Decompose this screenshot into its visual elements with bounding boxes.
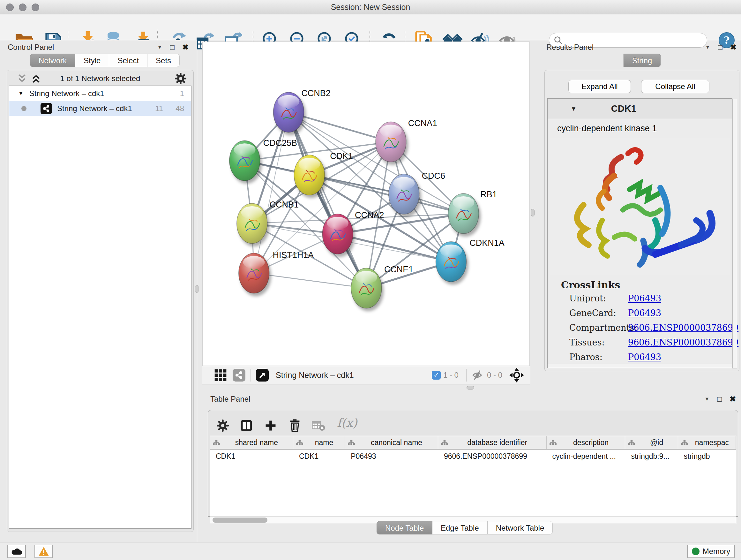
network-collection-row[interactable]: ▼ String Network – cdk1 1 [9,86,191,101]
tab-node-table[interactable]: Node Table [377,521,432,535]
network-node-CDK1[interactable]: CDK1 [294,151,353,195]
birds-eye-grid-icon[interactable] [214,369,227,381]
panel-minimize-icon[interactable]: ▼ [704,396,710,402]
table-options-button[interactable] [215,418,230,433]
tab-sets[interactable]: Sets [147,54,180,67]
network-node-CCNB2[interactable]: CCNB2 [273,88,331,132]
panel-float-icon[interactable]: □ [718,44,723,51]
warnings-button[interactable] [35,545,53,558]
panel-float-icon[interactable]: □ [170,44,175,51]
edge-count: 48 [176,104,184,113]
network-node-CCNA1[interactable]: CCNA1 [376,118,437,162]
tab-style[interactable]: Style [75,54,109,67]
gene-card-hscrollbar[interactable] [548,364,732,368]
show-columns-button[interactable] [239,418,254,433]
column-header-canonical-name[interactable]: canonical name [345,436,438,449]
table-panel-title: Table Panel [210,395,250,403]
string-network-graph[interactable]: CCNB2CCNA1CDC25BCDK1CDC6RB1CCNB1CCNA2CDK… [203,42,529,366]
network-options-gear-icon[interactable] [175,73,186,84]
tab-edge-table[interactable]: Edge Table [432,521,488,535]
crosslink-link[interactable]: 9606.ENSP00000378699 [628,337,738,348]
delete-table-button[interactable] [311,418,326,433]
cloud-icon [11,547,22,556]
vertical-splitter-handle[interactable] [195,285,199,293]
crosslink-link[interactable]: 9606.ENSP00000378699 [628,323,738,333]
open-in-window-button[interactable] [256,369,269,381]
hidden-eye-slash-icon [472,370,484,381]
panel-close-icon[interactable]: ✖ [182,43,189,52]
window-zoom-button[interactable] [31,3,39,11]
column-header-namespac[interactable]: namespac [678,436,736,449]
node-label-CDC6: CDC6 [422,171,445,181]
window-minimize-button[interactable] [19,3,26,11]
network-node-CDC6[interactable]: CDC6 [389,171,445,214]
automation-cloud-button[interactable] [7,545,26,558]
node-label-CDC25B: CDC25B [263,138,297,148]
create-column-button[interactable] [263,418,278,433]
pan-crosshair-icon[interactable] [509,368,524,382]
network-node-CDKN1A[interactable]: CDKN1A [436,238,504,282]
collapse-all-button[interactable]: Collapse All [641,80,710,93]
delete-column-button[interactable] [287,418,302,433]
network-edge[interactable] [254,273,366,288]
network-node-RB1[interactable]: RB1 [448,190,497,234]
tab-network[interactable]: Network [30,54,75,67]
network-node-CCNE1[interactable]: CCNE1 [351,265,413,308]
table-panel: Table Panel ▼ □ ✖ [202,392,741,542]
network-row[interactable]: String Network – cdk1 11 48 [9,101,191,116]
table-cell[interactable]: CDK1 [210,449,293,463]
control-panel: Control Panel ▼ □ ✖ NetworkStyleSelectSe… [0,40,197,542]
network-node-HIST1H1A[interactable]: HIST1H1A [239,250,314,294]
network-edge[interactable] [309,175,463,213]
gene-collapse-caret[interactable]: ▼ [570,105,577,112]
results-panel: Results Panel ▼ □ ✖ String Expand All Co… [543,40,741,385]
table-cell[interactable]: stringdb:9... [625,449,678,463]
memory-button[interactable]: Memory [687,545,735,558]
panel-minimize-icon[interactable]: ▼ [705,44,711,50]
table-cell[interactable]: cyclin-dependent ... [546,449,625,463]
crosslink-link[interactable]: P06493 [628,308,661,318]
tab-string[interactable]: String [623,54,661,67]
selected-counts: 1 - 0 [443,371,459,380]
results-panel-tabs: String [623,54,661,67]
node-label-RB1: RB1 [480,190,497,199]
network-view-canvas[interactable]: CCNB2CCNA1CDC25BCDK1CDC6RB1CCNB1CCNA2CDK… [202,42,530,366]
column-header-shared-name[interactable]: shared name [210,436,293,449]
gene-card-vscrollbar[interactable] [732,99,737,368]
current-network-bullet [21,106,26,111]
panel-float-icon[interactable]: □ [717,396,722,402]
function-builder-button[interactable]: f(x) [337,416,357,430]
panel-close-icon[interactable]: ✖ [730,395,736,403]
crosslink-label: Uniprot: [569,294,606,303]
tab-select[interactable]: Select [109,54,147,67]
column-header--id[interactable]: @id [625,436,678,449]
hidden-counts: 0 - 0 [487,371,502,380]
node-count: 11 [155,104,163,113]
panel-minimize-icon[interactable]: ▼ [157,44,162,50]
window-close-button[interactable] [6,3,14,11]
selected-nodes-checkbox[interactable]: ✓ [432,371,441,380]
vertical-splitter-handle[interactable] [531,209,535,216]
column-header-name[interactable]: name [293,436,345,449]
network-view-toolbar: String Network – cdk1 ✓ 1 - 0 0 - 0 [202,366,530,384]
node-table-header: shared namenamecanonical namedatabase id… [210,436,736,449]
expand-all-button[interactable]: Expand All [568,80,631,93]
collection-expand-caret[interactable]: ▼ [18,90,23,97]
table-cell[interactable]: CDK1 [293,449,345,463]
string-view-badge[interactable] [232,369,246,381]
table-cell[interactable]: 9606.ENSP00000378699 [438,449,547,463]
panel-close-icon[interactable]: ✖ [730,43,737,52]
column-header-description[interactable]: description [547,436,625,449]
horizontal-splitter-handle[interactable] [467,386,474,389]
crosslink-link[interactable]: P06493 [628,294,661,303]
gene-header[interactable]: ▼ CDK1 [548,99,732,119]
table-cell[interactable]: P06493 [345,449,438,463]
table-cell[interactable]: stringdb [678,449,736,463]
node-table-row[interactable]: CDK1CDK1P064939606.ENSP00000378699cyclin… [210,449,736,463]
network-edge[interactable] [288,112,366,288]
crosslink-link[interactable]: P06493 [628,352,661,362]
table-hscrollbar-thumb[interactable] [212,517,267,523]
tab-network-table[interactable]: Network Table [488,521,553,535]
column-header-database-identifier[interactable]: database identifier [438,436,547,449]
network-edge[interactable] [254,112,289,273]
